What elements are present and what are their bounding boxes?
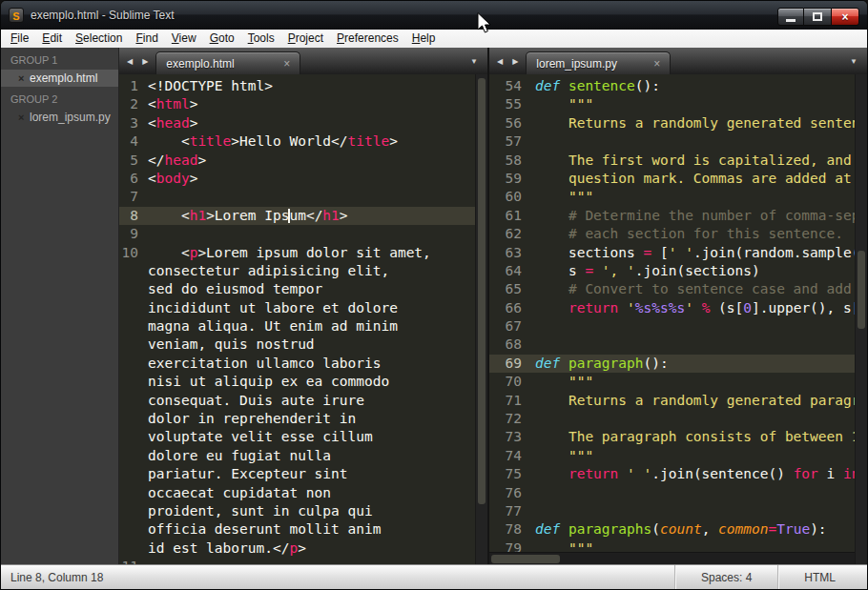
code-line[interactable]: magna aliqua. Ut enim ad minim xyxy=(119,317,475,336)
line-number xyxy=(119,447,138,465)
tab-scroll-left-icon[interactable]: ◀ xyxy=(492,48,507,74)
menu-item-tools[interactable]: Tools xyxy=(241,30,281,48)
code-line[interactable]: 78def paragraphs(count, common=True): xyxy=(489,520,855,539)
left-editor-vscrollbar[interactable] xyxy=(475,74,487,564)
code-line[interactable]: 75 return ' '.join(sentence() for i in r… xyxy=(489,465,855,483)
code-line[interactable]: 2<html> xyxy=(119,95,475,113)
code-line[interactable]: 69def paragraph(): xyxy=(489,355,855,373)
code-line[interactable]: 72 xyxy=(489,410,855,428)
code-line[interactable]: 9 xyxy=(119,225,475,243)
left-vscrollbar-thumb[interactable] xyxy=(478,78,486,504)
line-number xyxy=(119,520,138,539)
code-line[interactable]: pariatur. Excepteur sint xyxy=(119,465,475,483)
code-line[interactable]: 60 """ xyxy=(489,188,855,206)
code-line[interactable]: consequat. Duis aute irure xyxy=(119,392,475,410)
code-line[interactable]: 63 sections = [' '.join(random.sample(WO… xyxy=(489,244,855,262)
code-line[interactable]: 6<body> xyxy=(119,170,475,188)
code-line[interactable]: 1<!DOCTYPE html> xyxy=(119,77,475,95)
left-editor[interactable]: 1<!DOCTYPE html>2<html>3<head>4 <title>H… xyxy=(119,74,487,564)
code-line[interactable]: consectetur adipisicing elit, xyxy=(119,262,475,280)
tab-scroll-right-icon[interactable]: ▶ xyxy=(507,48,523,74)
right-vscrollbar-thumb[interactable] xyxy=(858,251,865,329)
line-number: 70 xyxy=(489,373,522,391)
tab-overflow-icon[interactable]: ▼ xyxy=(465,48,484,74)
code-line[interactable]: 7 xyxy=(119,188,475,206)
code-line[interactable]: 4 <title>Hello World</title> xyxy=(119,132,475,151)
code-line[interactable]: 71 Returns a randomly generated paragrap… xyxy=(489,392,855,410)
right-editor-vscrollbar[interactable] xyxy=(855,74,867,564)
code-line[interactable]: 66 return '%s%s%s' % (s[0].upper(), s[1:… xyxy=(489,299,855,317)
code-line[interactable]: 61 # Determine the number of comma-separ… xyxy=(489,207,855,225)
minimize-button[interactable] xyxy=(777,8,804,26)
line-number: 74 xyxy=(489,447,522,465)
code-line[interactable]: 76 xyxy=(489,484,855,502)
code-line[interactable]: 56 Returns a randomly generated sentence… xyxy=(489,114,855,132)
tab-lorem-ipsum-py[interactable]: lorem_ipsum.py × xyxy=(526,51,671,74)
code-line[interactable]: 70 """ xyxy=(489,373,855,391)
line-number: 76 xyxy=(489,484,522,502)
right-hscrollbar-thumb[interactable] xyxy=(491,555,560,563)
tab-overflow-icon[interactable]: ▼ xyxy=(844,48,863,74)
code-line[interactable]: dolore eu fugiat nulla xyxy=(119,447,475,465)
code-line[interactable]: 59 question mark. Commas are added at ra… xyxy=(489,170,855,188)
code-line[interactable]: 67 xyxy=(489,317,855,336)
menu-item-file[interactable]: File xyxy=(4,30,35,48)
code-line[interactable]: incididunt ut labore et dolore xyxy=(119,299,475,317)
indent-settings-button[interactable]: Spaces: 4 xyxy=(674,565,777,589)
code-line[interactable]: 77 xyxy=(489,502,855,520)
code-line[interactable]: voluptate velit esse cillum xyxy=(119,428,475,446)
maximize-button[interactable] xyxy=(804,8,831,26)
close-button[interactable]: × xyxy=(831,8,859,26)
code-line[interactable]: 11 xyxy=(119,558,475,564)
code-line[interactable]: 73 The paragraph consists of between 1 a… xyxy=(489,428,855,446)
line-number: 5 xyxy=(119,152,138,170)
code-line[interactable]: 64 s = ', '.join(sections) xyxy=(489,262,855,280)
code-line[interactable]: 74 """ xyxy=(489,447,855,465)
line-number: 7 xyxy=(119,188,138,206)
code-line[interactable]: officia deserunt mollit anim xyxy=(119,520,475,539)
sidebar-file-exemplo.html[interactable]: ×exemplo.html xyxy=(1,70,118,87)
window-controls: × xyxy=(777,8,859,26)
code-line[interactable]: dolor in reprehenderit in xyxy=(119,410,475,428)
tab-exemplo-html[interactable]: exemplo.html × xyxy=(155,51,300,74)
menu-item-find[interactable]: Find xyxy=(129,30,164,48)
menu-item-preferences[interactable]: Preferences xyxy=(330,30,405,48)
right-editor-hscrollbar[interactable] xyxy=(489,552,855,564)
menu-item-edit[interactable]: Edit xyxy=(35,30,69,48)
menu-item-selection[interactable]: Selection xyxy=(69,30,129,48)
code-line[interactable]: nisi ut aliquip ex ea commodo xyxy=(119,373,475,391)
tab-close-icon[interactable]: × xyxy=(283,57,290,71)
code-line[interactable]: proident, sunt in culpa qui xyxy=(119,502,475,520)
code-line[interactable]: 8 <h1>Lorem Ipsum</h1> xyxy=(119,207,475,225)
code-line[interactable]: 54def sentence(): xyxy=(489,77,855,95)
syntax-selector-button[interactable]: HTML xyxy=(777,565,861,589)
menu-item-project[interactable]: Project xyxy=(281,30,330,48)
code-line[interactable]: 3<head> xyxy=(119,114,475,132)
tab-scroll-right-icon[interactable]: ▶ xyxy=(137,48,153,74)
code-line[interactable]: 55 """ xyxy=(489,95,855,113)
menu-item-goto[interactable]: Goto xyxy=(203,30,241,48)
menu-item-view[interactable]: View xyxy=(165,30,203,48)
menu-item-help[interactable]: Help xyxy=(405,30,443,48)
code-line[interactable]: 65 # Convert to sentence case and add en… xyxy=(489,280,855,298)
file-close-icon[interactable]: × xyxy=(18,72,30,84)
tab-close-icon[interactable]: × xyxy=(653,57,660,71)
title-bar[interactable]: S exemplo.html - Sublime Text × xyxy=(1,1,867,30)
file-close-icon[interactable]: × xyxy=(18,112,30,123)
code-line[interactable]: veniam, quis nostrud xyxy=(119,336,475,354)
code-line[interactable]: 5</head> xyxy=(119,152,475,170)
code-line[interactable]: exercitation ullamco laboris xyxy=(119,355,475,373)
code-line[interactable]: occaecat cupidatat non xyxy=(119,484,475,502)
code-line[interactable]: id est laborum.</p> xyxy=(119,539,475,558)
code-line[interactable]: 57 xyxy=(489,132,855,151)
code-line[interactable]: 68 xyxy=(489,336,855,354)
tab-scroll-left-icon[interactable]: ◀ xyxy=(122,48,137,74)
code-line[interactable]: 58 The first word is capitalized, and th… xyxy=(489,152,855,170)
code-line[interactable]: sed do eiusmod tempor xyxy=(119,280,475,298)
code-line[interactable]: 62 # each section for this sentence. xyxy=(489,225,855,243)
window-title: exemplo.html - Sublime Text xyxy=(31,9,175,22)
sidebar-file-lorem_ipsum.py[interactable]: ×lorem_ipsum.py xyxy=(1,109,118,126)
right-editor[interactable]: 54def sentence():55 """56 Returns a rand… xyxy=(489,74,867,564)
left-pane: ◀ ▶ exemplo.html × ▼ 1<!DOCTYPE html>2<h… xyxy=(119,48,487,564)
code-line[interactable]: 10 <p>Lorem ipsum dolor sit amet, xyxy=(119,244,475,262)
